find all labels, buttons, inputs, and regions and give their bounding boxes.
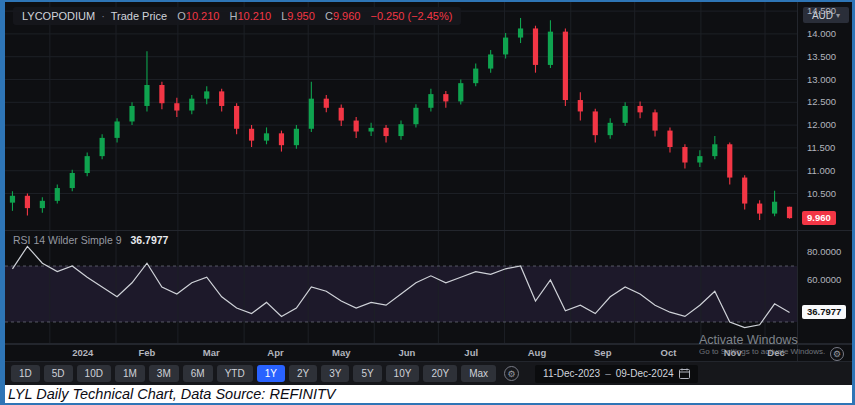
- change-value: −0.250 (−2.45%): [370, 10, 452, 22]
- rsi-value-badge: 36.7977: [802, 305, 846, 319]
- rsi-title: RSI 14 Wilder Simple 9: [13, 234, 122, 246]
- month-label-may: May: [332, 347, 350, 358]
- calendar-icon: [679, 368, 690, 379]
- price-axis[interactable]: AUD ▾ 14.50014.00013.50013.00012.50012.0…: [797, 2, 852, 361]
- month-label-sep: Sep: [594, 347, 611, 358]
- range-button-1m[interactable]: 1M: [115, 365, 145, 382]
- month-label-2024: 2024: [72, 347, 93, 358]
- open-value: 10.210: [186, 10, 220, 22]
- date-dash: –: [605, 368, 611, 379]
- date-to: 09-Dec-2024: [616, 368, 674, 379]
- series-label: Trade Price: [111, 10, 167, 22]
- month-label-jul: Jul: [464, 347, 478, 358]
- price-axis-label: 11.000: [807, 165, 835, 177]
- price-pane: LYCOPODIUM · Trade Price O10.210 H10.210…: [5, 2, 852, 230]
- rsi-axis-label: 80.0000: [807, 246, 841, 258]
- screenshot-frame: LYCOPODIUM · Trade Price O10.210 H10.210…: [0, 0, 855, 405]
- time-axis[interactable]: 2024FebMarAprMayJunJulAugSepOctNovDec: [5, 344, 852, 361]
- price-axis-label: 13.500: [807, 51, 836, 63]
- month-label-mar: Mar: [203, 347, 220, 358]
- settings-gear-icon[interactable]: ⚙: [504, 366, 519, 381]
- chart-application: LYCOPODIUM · Trade Price O10.210 H10.210…: [5, 2, 852, 385]
- range-button-6m[interactable]: 6M: [183, 365, 213, 382]
- range-button-ytd[interactable]: YTD: [217, 365, 253, 382]
- range-button-max[interactable]: Max: [461, 365, 496, 382]
- range-buttons: 1D5D10D1M3M6MYTD1Y2Y3Y5Y10Y20YMax: [11, 365, 496, 382]
- chevron-down-icon: ▾: [836, 11, 840, 20]
- month-label-oct: Oct: [661, 347, 677, 358]
- price-axis-label: 12.000: [807, 119, 836, 131]
- caption-text: LYL Daily Technical Chart, Data Source: …: [5, 386, 335, 403]
- range-button-20y[interactable]: 20Y: [423, 365, 457, 382]
- rsi-axis-label: 60.0000: [807, 274, 841, 286]
- range-button-10d[interactable]: 10D: [77, 365, 111, 382]
- rsi-value: 36.7977: [130, 234, 168, 246]
- last-price-badge: 9.960: [802, 211, 836, 225]
- price-axis-label: 13.000: [807, 74, 836, 86]
- legend-separator: ·: [101, 10, 105, 22]
- price-axis-label: 14.000: [807, 28, 836, 40]
- month-label-aug: Aug: [528, 347, 546, 358]
- caption-bar: LYL Daily Technical Chart, Data Source: …: [5, 385, 852, 403]
- symbol-name: LYCOPODIUM: [22, 10, 95, 22]
- candlestick-chart[interactable]: [5, 2, 797, 230]
- range-button-5d[interactable]: 5D: [44, 365, 73, 382]
- close-value: 9.960: [333, 10, 361, 22]
- range-button-10y[interactable]: 10Y: [386, 365, 420, 382]
- price-axis-label: 11.500: [807, 142, 835, 154]
- rsi-legend[interactable]: RSI 14 Wilder Simple 9 36.7977: [13, 234, 168, 246]
- month-label-dec: Dec: [767, 347, 784, 358]
- month-label-feb: Feb: [139, 347, 156, 358]
- rsi-chart[interactable]: [5, 231, 797, 343]
- month-label-nov: Nov: [724, 347, 742, 358]
- date-range-picker[interactable]: 11-Dec-2023 – 09-Dec-2024: [535, 365, 697, 383]
- instrument-legend[interactable]: LYCOPODIUM · Trade Price O10.210 H10.210…: [13, 7, 461, 25]
- month-label-apr: Apr: [267, 347, 283, 358]
- range-button-2y[interactable]: 2Y: [289, 365, 317, 382]
- rsi-pane: RSI 14 Wilder Simple 9 36.7977: [5, 231, 852, 343]
- close-label: C: [325, 10, 333, 22]
- range-toolbar: 1D5D10D1M3M6MYTD1Y2Y3Y5Y10Y20YMax ⚙ 11-D…: [5, 361, 852, 385]
- range-button-5y[interactable]: 5Y: [353, 365, 381, 382]
- low-value: 9.950: [287, 10, 315, 22]
- range-button-3m[interactable]: 3M: [149, 365, 179, 382]
- price-axis-label: 14.500: [807, 5, 836, 17]
- month-label-jun: Jun: [399, 347, 416, 358]
- price-axis-label: 10.500: [807, 188, 836, 200]
- date-from: 11-Dec-2023: [543, 368, 600, 379]
- range-button-3y[interactable]: 3Y: [321, 365, 349, 382]
- open-label: O: [177, 10, 186, 22]
- range-button-1d[interactable]: 1D: [11, 365, 40, 382]
- range-button-1y[interactable]: 1Y: [257, 365, 285, 382]
- price-axis-label: 12.500: [807, 96, 836, 108]
- high-value: 10.210: [237, 10, 271, 22]
